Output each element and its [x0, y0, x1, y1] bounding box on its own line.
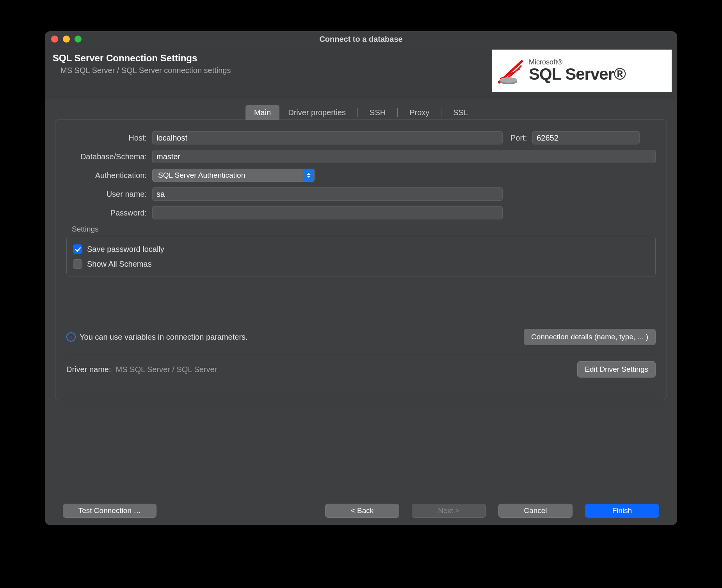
sql-server-logo-icon: [497, 54, 524, 87]
next-button[interactable]: Next >: [412, 504, 486, 518]
port-label: Port:: [508, 134, 527, 143]
edit-driver-settings-button[interactable]: Edit Driver Settings: [577, 361, 656, 378]
database-input[interactable]: [152, 150, 656, 163]
save-password-checkbox[interactable]: [73, 244, 82, 254]
authentication-label: Authentication:: [66, 171, 147, 180]
show-all-schemas-checkbox[interactable]: [73, 259, 82, 269]
tab-separator: [441, 108, 441, 117]
authentication-select[interactable]: SQL Server Authentication: [152, 169, 315, 182]
test-connection-button[interactable]: Test Connection …: [63, 504, 156, 518]
username-label: User name:: [66, 190, 147, 199]
password-label: Password:: [66, 208, 147, 217]
vendor-logo: Microsoft® SQL Server®: [492, 50, 672, 92]
password-input[interactable]: [152, 206, 503, 219]
show-all-schemas-label: Show All Schemas: [87, 260, 152, 269]
info-icon: i: [66, 332, 76, 342]
footer-button-bar: Test Connection … < Back Next > Cancel F…: [45, 496, 677, 525]
host-label: Host:: [66, 134, 147, 143]
tabs: Main Driver properties SSH Proxy SSL: [55, 105, 667, 120]
variables-hint: You can use variables in connection para…: [80, 333, 248, 342]
settings-group: Save password locally Show All Schemas: [66, 236, 656, 276]
tab-driver-properties[interactable]: Driver properties: [279, 105, 354, 120]
connection-details-button[interactable]: Connection details (name, type, ... ): [524, 329, 656, 345]
database-label: Database/Schema:: [66, 152, 147, 161]
finish-button[interactable]: Finish: [585, 504, 659, 518]
authentication-value: SQL Server Authentication: [158, 171, 245, 180]
main-tab-panel: Host: Port: Database/Schema: Authenticat…: [55, 119, 667, 400]
settings-legend: Settings: [72, 225, 656, 233]
window-title: Connect to a database: [45, 35, 677, 44]
tab-ssl[interactable]: SSL: [445, 105, 477, 120]
cancel-button[interactable]: Cancel: [498, 504, 573, 518]
titlebar: Connect to a database: [45, 31, 677, 47]
host-input[interactable]: [152, 131, 503, 144]
tab-separator: [357, 108, 358, 117]
select-chevron-icon: [303, 169, 314, 182]
page-subtitle: MS SQL Server / SQL Server connection se…: [53, 66, 231, 75]
tab-ssh[interactable]: SSH: [361, 105, 394, 120]
tab-proxy[interactable]: Proxy: [401, 105, 438, 120]
back-button[interactable]: < Back: [325, 504, 399, 518]
save-password-label: Save password locally: [87, 245, 164, 254]
logo-product-text: SQL Server®: [529, 66, 626, 83]
port-input[interactable]: [532, 131, 640, 144]
svg-point-1: [500, 77, 517, 83]
header: SQL Server Connection Settings MS SQL Se…: [45, 47, 677, 99]
driver-name-label: Driver name:: [66, 365, 111, 374]
tab-separator: [397, 108, 398, 117]
tab-main[interactable]: Main: [245, 105, 279, 120]
dialog-window: Connect to a database SQL Server Connect…: [45, 31, 677, 525]
driver-name-value: MS SQL Server / SQL Server: [116, 365, 217, 374]
username-input[interactable]: [152, 187, 503, 201]
page-title: SQL Server Connection Settings: [53, 53, 231, 64]
